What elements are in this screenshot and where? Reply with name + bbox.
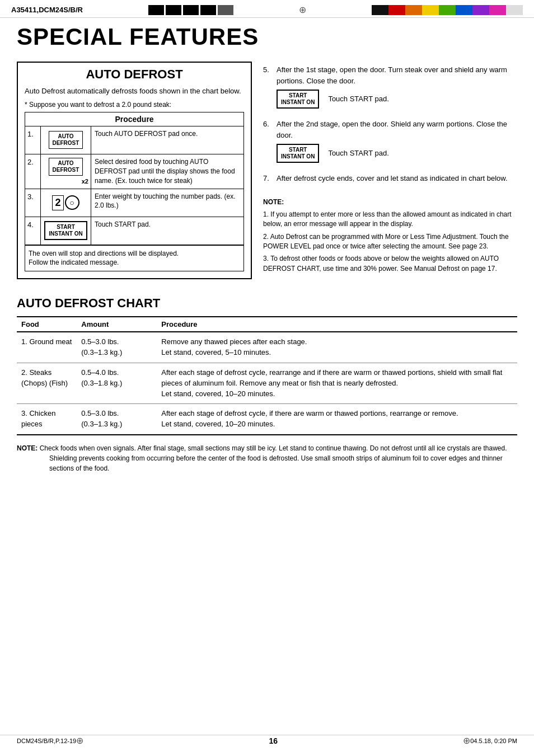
page-title: SPECIAL FEATURES xyxy=(17,24,517,50)
procedure-row-3: 3. 2 ○ Enter weight by touching the numb… xyxy=(25,189,243,217)
proc-icon-4: STARTINSTANT ON xyxy=(41,217,91,245)
color-gray xyxy=(506,5,523,15)
bottom-note-label: NOTE: xyxy=(17,444,38,452)
start-btn-6: STARTINSTANT ON xyxy=(277,144,319,163)
note-label: NOTE: xyxy=(263,198,284,206)
start-btn-5: STARTINSTANT ON xyxy=(277,90,319,109)
auto-defrost-icon-2: AUTODEFROST xyxy=(49,158,83,176)
footer-center-reg: ⊕ xyxy=(76,735,83,746)
color-pink xyxy=(489,5,506,15)
bottom-note-text-1: Check foods when oven signals. After fin… xyxy=(40,444,507,452)
page-header: A35411,DCM24S/B/R ⊕ xyxy=(0,0,534,18)
chart-proc-3: After each stage of defrost cycle, if th… xyxy=(157,404,517,435)
procedure-row-2: 2. AUTODEFROST x2 Select desired food by… xyxy=(25,154,243,189)
procedure-table-header: Procedure xyxy=(25,112,243,126)
procedure-table: Procedure 1. AUTODEFROST Touch AUTO DEFR… xyxy=(25,112,244,271)
auto-defrost-desc: Auto Defrost automatically defrosts food… xyxy=(25,86,244,96)
step-num-7: 7. xyxy=(263,173,273,187)
chart-row-3: 3. Chicken pieces 0.5–3.0 lbs.(0.3–1.3 k… xyxy=(17,404,517,435)
black-bar-2 xyxy=(166,5,181,15)
auto-defrost-icon-1: AUTODEFROST xyxy=(49,131,83,149)
header-color-bar xyxy=(372,5,523,15)
color-purple xyxy=(472,5,489,15)
step-content-5: After the 1st stage, open the door. Turn… xyxy=(277,64,517,109)
step-5-start-row: STARTINSTANT ON Touch START pad. xyxy=(277,90,517,109)
circle-icon: ○ xyxy=(65,195,79,210)
page-footer: DCM24S/B/R,P.12-19 ⊕ 16 ⊕ 04.5.18, 0:20 … xyxy=(0,735,534,746)
color-black xyxy=(372,5,388,15)
step-5-touch-text: Touch START pad. xyxy=(328,93,388,105)
right-step-7: 7. After defrost cycle ends, cover and l… xyxy=(263,173,517,187)
proc-icon-2: AUTODEFROST x2 xyxy=(41,154,91,188)
chart-amount-2: 0.5–4.0 lbs.(0.3–1.8 kg.) xyxy=(77,363,157,404)
step-num-5: 5. xyxy=(263,64,273,109)
proc-desc-3: Enter weight by touching the number pads… xyxy=(91,189,243,217)
page-number: 16 xyxy=(83,736,463,745)
step-content-7: After defrost cycle ends, cover and let … xyxy=(277,173,517,187)
left-column: AUTO DEFROST Auto Defrost automatically … xyxy=(17,62,252,285)
black-bar-4 xyxy=(200,5,216,15)
header-black-bars xyxy=(148,5,233,15)
step-6-text: After the 2nd stage, open the door. Shie… xyxy=(277,119,517,140)
proc-desc-1: Touch AUTO DEFROST pad once. xyxy=(91,126,243,154)
step-5-text: After the 1st stage, open the door. Turn… xyxy=(277,64,517,86)
footer-right-reg: ⊕ xyxy=(463,735,470,746)
footer-right: 04.5.18, 0:20 PM xyxy=(470,738,517,744)
procedure-row-1: 1. AUTODEFROST Touch AUTO DEFROST pad on… xyxy=(25,126,243,154)
step-6-touch-text: Touch START pad. xyxy=(328,148,388,159)
footer-left: DCM24S/B/R,P.12-19 xyxy=(17,738,76,744)
step-6-start-row: STARTINSTANT ON Touch START pad. xyxy=(277,144,517,163)
crosshair-top: ⊕ xyxy=(299,4,306,15)
start-btn-icon-4: STARTINSTANT ON xyxy=(44,221,87,240)
proc-num-4: 4. xyxy=(25,217,41,245)
suppose-text: * Suppose you want to defrost a 2.0 poun… xyxy=(25,101,244,109)
weight-box: 2 xyxy=(52,195,63,210)
note-item-1: 1. If you attempt to enter more or less … xyxy=(263,210,517,229)
chart-section: AUTO DEFROST CHART Food Amount Procedure… xyxy=(17,296,517,473)
right-step-5: 5. After the 1st stage, open the door. T… xyxy=(263,64,517,109)
right-steps: 5. After the 1st stage, open the door. T… xyxy=(263,64,517,274)
black-bar-3 xyxy=(183,5,199,15)
color-green xyxy=(439,5,456,15)
proc-desc-2: Select desired food by touching AUTO DEF… xyxy=(91,154,243,188)
note-section: NOTE: 1. If you attempt to enter more or… xyxy=(263,198,517,274)
auto-defrost-box: AUTO DEFROST Auto Defrost automatically … xyxy=(17,62,252,279)
proc-num-1: 1. xyxy=(25,126,41,154)
chart-title: AUTO DEFROST CHART xyxy=(17,296,517,311)
chart-row-1: 1. Ground meat 0.5–3.0 lbs.(0.3–1.3 kg.)… xyxy=(17,332,517,363)
chart-row-2: 2. Steaks (Chops) (Fish) 0.5–4.0 lbs.(0.… xyxy=(17,363,517,404)
chart-food-3: 3. Chicken pieces xyxy=(17,404,77,435)
color-blue xyxy=(456,5,472,15)
chart-col-procedure: Procedure xyxy=(157,317,517,332)
chart-table-body: 1. Ground meat 0.5–3.0 lbs.(0.3–1.3 kg.)… xyxy=(17,332,517,435)
note-item-2: 2. Auto Defrost can be programmed with M… xyxy=(263,232,517,252)
bottom-note: NOTE: Check foods when oven signals. Aft… xyxy=(17,443,517,473)
chart-amount-1: 0.5–3.0 lbs.(0.3–1.3 kg.) xyxy=(77,332,157,363)
step-7-text: After defrost cycle ends, cover and let … xyxy=(277,173,517,184)
bottom-note-text-2: Shielding prevents cooking from occurrin… xyxy=(49,453,517,473)
chart-amount-3: 0.5–3.0 lbs.(0.3–1.3 kg.) xyxy=(77,404,157,435)
procedure-row-4: 4. STARTINSTANT ON Touch START pad. xyxy=(25,217,243,245)
black-bar-1 xyxy=(148,5,164,15)
header-title: A35411,DCM24S/B/R xyxy=(11,6,83,14)
color-yellow xyxy=(422,5,439,15)
proc-desc-4: Touch START pad. xyxy=(91,217,243,245)
right-step-6: 6. After the 2nd stage, open the door. S… xyxy=(263,119,517,163)
chart-table: Food Amount Procedure 1. Ground meat 0.5… xyxy=(17,316,517,435)
proc-icon-1: AUTODEFROST xyxy=(41,126,91,154)
proc-num-2: 2. xyxy=(25,154,41,188)
chart-col-food: Food xyxy=(17,317,77,332)
two-col-layout: AUTO DEFROST Auto Defrost automatically … xyxy=(17,62,517,285)
right-column: 5. After the 1st stage, open the door. T… xyxy=(263,62,517,285)
color-orange xyxy=(405,5,422,15)
step-content-6: After the 2nd stage, open the door. Shie… xyxy=(277,119,517,163)
proc-note-row: The oven will stop and directions will b… xyxy=(25,245,243,271)
proc-icon-3: 2 ○ xyxy=(41,189,91,217)
auto-defrost-title: AUTO DEFROST xyxy=(25,67,244,82)
chart-table-header-row: Food Amount Procedure xyxy=(17,317,517,332)
main-content: SPECIAL FEATURES AUTO DEFROST Auto Defro… xyxy=(0,18,534,485)
step-num-6: 6. xyxy=(263,119,273,163)
note-item-3: 3. To defrost other foods or foods above… xyxy=(263,254,517,274)
chart-proc-2: After each stage of defrost cycle, rearr… xyxy=(157,363,517,404)
x2-label: x2 xyxy=(82,178,88,185)
